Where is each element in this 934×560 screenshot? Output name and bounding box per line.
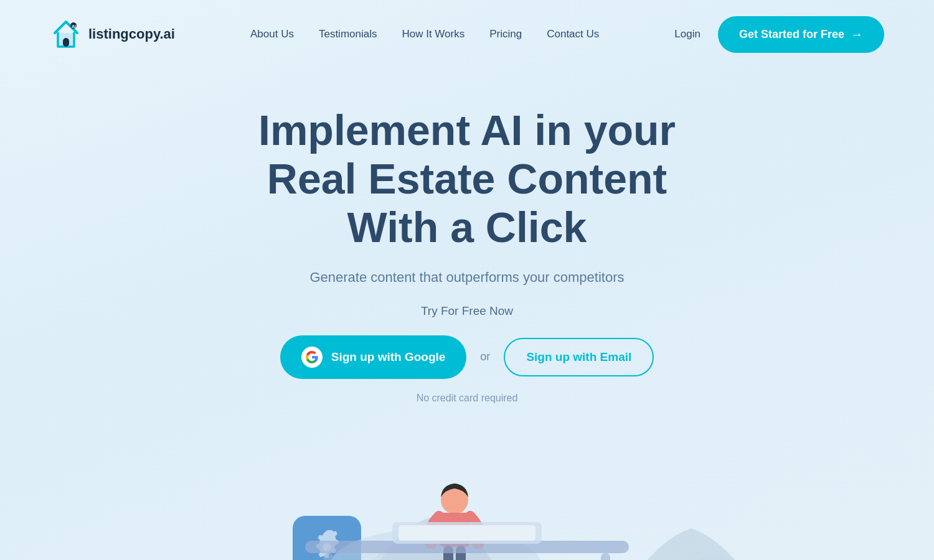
login-link[interactable]: Login bbox=[674, 28, 700, 40]
google-icon bbox=[301, 347, 323, 368]
signup-google-button[interactable]: Sign up with Google bbox=[280, 335, 467, 379]
or-separator: or bbox=[480, 350, 490, 363]
hero-title: Implement AI in your Real Estate Content… bbox=[258, 106, 676, 252]
hero-section: Implement AI in your Real Estate Content… bbox=[0, 68, 934, 404]
nav-contact[interactable]: Contact Us bbox=[547, 28, 599, 40]
get-started-button[interactable]: Get Started for Free → bbox=[718, 16, 884, 53]
signup-email-button[interactable]: Sign up with Email bbox=[504, 338, 654, 376]
svg-rect-14 bbox=[324, 553, 333, 560]
svg-rect-13 bbox=[399, 525, 535, 541]
svg-rect-1 bbox=[63, 38, 69, 47]
illustration-area bbox=[0, 429, 934, 560]
logo-link[interactable]: AI listingcopy.ai bbox=[50, 18, 175, 50]
nav-testimonials[interactable]: Testimonials bbox=[319, 28, 377, 40]
brand-name: listingcopy.ai bbox=[88, 26, 175, 42]
nav-pricing[interactable]: Pricing bbox=[489, 28, 522, 40]
svg-text:AI: AI bbox=[72, 24, 76, 29]
nav-how-it-works[interactable]: How It Works bbox=[402, 28, 465, 40]
desk-screen bbox=[305, 522, 629, 560]
signup-row: Sign up with Google or Sign up with Emai… bbox=[280, 335, 654, 379]
no-credit-label: No credit card required bbox=[417, 393, 518, 404]
logo-icon: AI bbox=[50, 18, 82, 50]
nav-links: About Us Testimonials How It Works Prici… bbox=[250, 28, 599, 40]
nav-about[interactable]: About Us bbox=[250, 28, 294, 40]
arrow-icon: → bbox=[851, 27, 863, 42]
mountain-right bbox=[604, 491, 778, 560]
navbar: AI listingcopy.ai About Us Testimonials … bbox=[0, 0, 934, 68]
nav-right: Login Get Started for Free → bbox=[674, 16, 884, 53]
try-label: Try For Free Now bbox=[421, 304, 513, 318]
hero-subtitle: Generate content that outperforms your c… bbox=[309, 269, 624, 286]
